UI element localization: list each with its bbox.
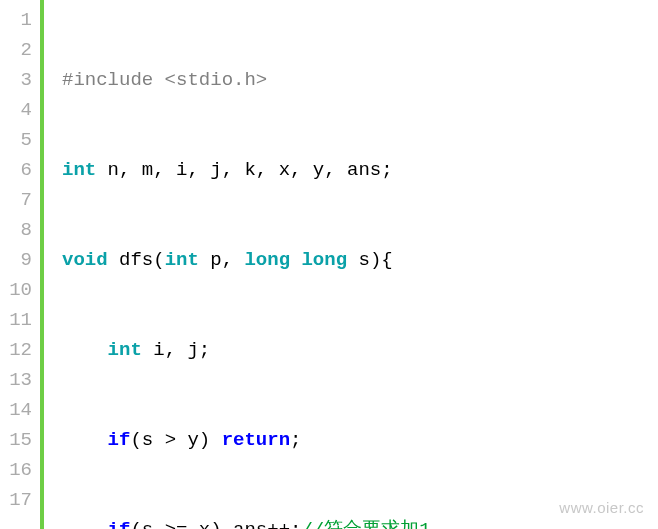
code-text: i, j; bbox=[142, 339, 210, 361]
line-number: 10 bbox=[0, 275, 32, 305]
line-number: 7 bbox=[0, 185, 32, 215]
code-text bbox=[290, 249, 301, 271]
code-text: dfs( bbox=[108, 249, 165, 271]
code-text: (s > y) bbox=[130, 429, 221, 451]
line-number: 17 bbox=[0, 485, 32, 515]
code-text: p, bbox=[199, 249, 245, 271]
keyword: if bbox=[108, 519, 131, 529]
code-line: int i, j; bbox=[62, 335, 495, 365]
line-number: 15 bbox=[0, 425, 32, 455]
line-number-gutter: 1 2 3 4 5 6 7 8 9 10 11 12 13 14 15 16 1… bbox=[0, 0, 40, 529]
line-number: 3 bbox=[0, 65, 32, 95]
line-number: 4 bbox=[0, 95, 32, 125]
code-text: (s >= x) ans++; bbox=[130, 519, 301, 529]
indent bbox=[62, 519, 108, 529]
indent bbox=[62, 429, 108, 451]
code-line: int n, m, i, j, k, x, y, ans; bbox=[62, 155, 495, 185]
code-line: #include <stdio.h> bbox=[62, 65, 495, 95]
line-number: 14 bbox=[0, 395, 32, 425]
code-viewer: 1 2 3 4 5 6 7 8 9 10 11 12 13 14 15 16 1… bbox=[0, 0, 658, 529]
code-content[interactable]: #include <stdio.h> int n, m, i, j, k, x,… bbox=[44, 0, 495, 529]
line-number: 16 bbox=[0, 455, 32, 485]
line-number: 1 bbox=[0, 5, 32, 35]
line-number: 9 bbox=[0, 245, 32, 275]
line-number: 12 bbox=[0, 335, 32, 365]
code-line: void dfs(int p, long long s){ bbox=[62, 245, 495, 275]
code-line: if(s >= x) ans++;//符合要求加1 bbox=[62, 515, 495, 529]
line-number: 6 bbox=[0, 155, 32, 185]
line-number: 5 bbox=[0, 125, 32, 155]
comment: //符合要求加1 bbox=[301, 519, 430, 529]
watermark: www.oier.cc bbox=[559, 493, 644, 523]
line-number: 2 bbox=[0, 35, 32, 65]
indent bbox=[62, 339, 108, 361]
type-keyword: int bbox=[108, 339, 142, 361]
keyword: return bbox=[222, 429, 290, 451]
type-keyword: long bbox=[301, 249, 347, 271]
type-keyword: int bbox=[165, 249, 199, 271]
preprocessor-directive: #include <stdio.h> bbox=[62, 69, 267, 91]
code-text: s){ bbox=[347, 249, 393, 271]
type-keyword: long bbox=[244, 249, 290, 271]
keyword: if bbox=[108, 429, 131, 451]
code-text: n, m, i, j, k, x, y, ans; bbox=[96, 159, 392, 181]
code-text: ; bbox=[290, 429, 301, 451]
type-keyword: int bbox=[62, 159, 96, 181]
type-keyword: void bbox=[62, 249, 108, 271]
line-number: 11 bbox=[0, 305, 32, 335]
line-number: 8 bbox=[0, 215, 32, 245]
line-number: 13 bbox=[0, 365, 32, 395]
code-line: if(s > y) return; bbox=[62, 425, 495, 455]
